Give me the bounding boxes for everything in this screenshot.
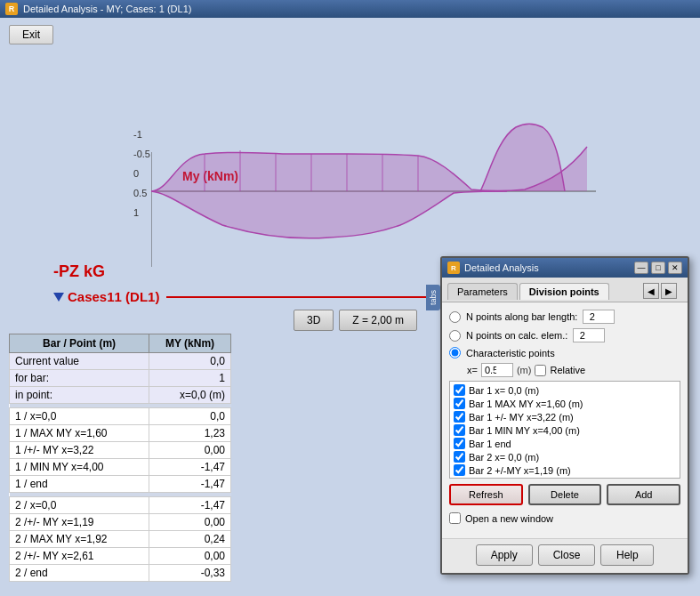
list-item: Bar 2 x= 0,0 (m) (452, 450, 678, 463)
row-label: 1 /+/- MY x=3,22 (10, 442, 149, 459)
table-row: 1 /+/- MY x=3,22 0,00 (10, 442, 231, 459)
row-value: -0,33 (149, 565, 231, 582)
cases-bar: Cases11 (DL1) 2 (53, 289, 454, 304)
n-calc-radio[interactable] (449, 330, 461, 342)
n-points-row: N points along bar length: (449, 310, 680, 324)
nav-next-button[interactable]: ▶ (661, 283, 677, 299)
detailed-analysis-dialog: tabs R Detailed Analysis — □ ✕ Parameter… (440, 256, 689, 575)
y-label-neg05: -0.5 (133, 144, 150, 164)
y-label-1: 1 (133, 203, 150, 222)
pz-label: -PZ kG (53, 262, 105, 281)
refresh-button[interactable]: Refresh (449, 484, 523, 505)
row-label: 2 /+/- MY x=2,61 (10, 548, 149, 565)
row-value: 0,00 (149, 514, 231, 531)
data-table: Bar / Point (m) MY (kNm) Current value 0… (9, 334, 231, 582)
row-label: 2 /+/- MY x=1,19 (10, 514, 149, 531)
in-point-label: in point: (10, 387, 149, 404)
point-checkbox[interactable] (454, 464, 465, 476)
for-bar-value: 1 (149, 370, 231, 387)
row-value: 0,24 (149, 531, 231, 548)
list-item: Bar 1 MIN MY x=4,00 (m) (452, 423, 678, 437)
table-row: 1 / end -1,47 (10, 476, 231, 493)
for-bar-label: for bar: (10, 370, 149, 387)
dialog-content: N points along bar length: N points on c… (442, 302, 688, 538)
open-new-window-row: Open a new window (449, 512, 680, 524)
help-button[interactable]: Help (600, 544, 654, 566)
n-points-input[interactable] (583, 310, 615, 324)
dialog-controls: — □ ✕ (634, 262, 682, 274)
y-label-0: 0 (133, 164, 150, 183)
title-bar: R Detailed Analysis - MY; Cases: 1 (DL1) (0, 0, 700, 18)
current-value-label: Current value (10, 353, 149, 370)
row-value: -1,47 (149, 459, 231, 476)
dialog-title-left: R Detailed Analysis (447, 262, 539, 274)
close-button[interactable]: Close (538, 544, 596, 566)
list-item: Bar 1 end (452, 437, 678, 450)
in-point-value: x=0,0 (m) (149, 387, 231, 404)
apply-button[interactable]: Apply (476, 544, 533, 566)
table-row: 2 /+/- MY x=1,19 0,00 (10, 514, 231, 531)
x-value-input[interactable] (481, 363, 513, 377)
table-row: 1 / MIN MY x=4,00 -1,47 (10, 459, 231, 476)
cases-line (166, 296, 425, 298)
main-area: Exit -1 -0.5 0 0.5 1 My (kNm) (0, 18, 700, 596)
tab-division-points[interactable]: Division points (519, 283, 609, 300)
open-new-window-checkbox[interactable] (449, 512, 461, 524)
row-label: 1 / MIN MY x=4,00 (10, 459, 149, 476)
col-bar-point: Bar / Point (m) (10, 334, 149, 353)
point-checkbox[interactable] (454, 411, 465, 423)
x-label: x= (467, 365, 478, 375)
table-row: 1 / MAX MY x=1,60 1,23 (10, 425, 231, 442)
exit-button[interactable]: Exit (9, 25, 53, 44)
action-buttons: Refresh Delete Add (449, 484, 680, 505)
n-calc-label: N points on calc. elem.: (466, 330, 567, 341)
col-my: MY (kNm) (149, 334, 231, 353)
point-checkbox[interactable] (454, 398, 465, 409)
n-points-radio[interactable] (449, 311, 461, 323)
nav-arrows: ◀ ▶ (643, 280, 682, 302)
y-axis-labels: -1 -0.5 0 0.5 1 (133, 125, 150, 222)
point-checkbox[interactable] (454, 424, 465, 436)
points-list[interactable]: Bar 1 x= 0,0 (m) Bar 1 MAX MY x=1,60 (m)… (449, 381, 680, 479)
marker-left (53, 293, 64, 302)
n-calc-input[interactable] (573, 328, 605, 342)
open-new-window-label: Open a new window (465, 513, 553, 524)
list-item: Bar 2 MAX MY x=1,92 (m) (452, 477, 678, 479)
z-button[interactable]: Z = 2,00 m (339, 310, 417, 331)
point-checkbox[interactable] (454, 438, 465, 449)
char-points-row: Characteristic points (449, 347, 680, 358)
add-button[interactable]: Add (607, 484, 680, 505)
dialog-footer: Apply Close Help (442, 538, 688, 573)
row-label: 2 / x=0,0 (10, 497, 149, 514)
y-label-05: 0.5 (133, 183, 150, 203)
nav-prev-button[interactable]: ◀ (643, 283, 659, 299)
relative-label: Relative (550, 365, 585, 375)
row-label: 2 / MAX MY x=1,92 (10, 531, 149, 548)
dialog-close-button[interactable]: ✕ (668, 262, 682, 274)
dialog-maximize-button[interactable]: □ (651, 262, 665, 274)
row-label: 1 / end (10, 476, 149, 493)
3d-button[interactable]: 3D (294, 310, 334, 331)
dialog-icon: R (447, 262, 460, 274)
list-item: Bar 1 MAX MY x=1,60 (m) (452, 397, 678, 410)
dialog-minimize-button[interactable]: — (634, 262, 648, 274)
delete-button[interactable]: Delete (528, 484, 602, 505)
point-checkbox[interactable] (454, 384, 465, 396)
point-checkbox[interactable] (454, 451, 465, 463)
current-value: 0,0 (149, 353, 231, 370)
window-title: Detailed Analysis - MY; Cases: 1 (DL1) (23, 4, 191, 14)
row-value: 1,23 (149, 425, 231, 442)
tab-parameters[interactable]: Parameters (447, 283, 518, 300)
table-row: 1 / x=0,0 0,0 (10, 408, 231, 425)
side-tab[interactable]: tabs (426, 285, 440, 310)
table-row: 2 / end -0,33 (10, 565, 231, 582)
char-points-radio[interactable] (449, 347, 461, 358)
m-unit: (m) (517, 365, 532, 375)
dialog-title: Detailed Analysis (464, 262, 539, 273)
char-points-label: Characteristic points (466, 348, 555, 358)
relative-checkbox[interactable] (535, 365, 546, 376)
app-icon: R (5, 3, 18, 15)
point-checkbox[interactable] (454, 478, 465, 479)
list-item: Bar 2 +/-MY x=1,19 (m) (452, 463, 678, 477)
table-row: 2 /+/- MY x=2,61 0,00 (10, 548, 231, 565)
